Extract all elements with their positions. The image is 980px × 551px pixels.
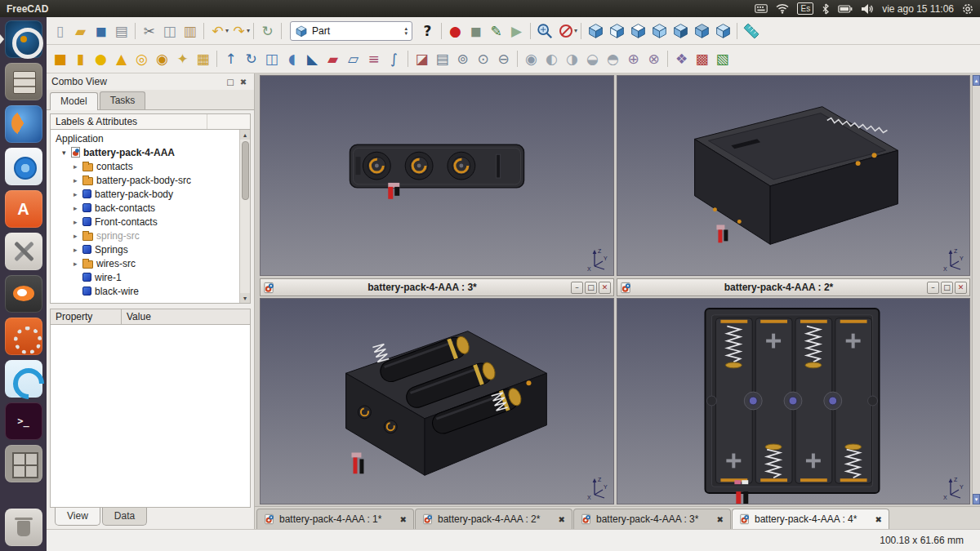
new-file-button[interactable]: ▯ <box>50 20 70 41</box>
part-compound-button[interactable]: ❖ <box>671 49 692 69</box>
3d-viewport-1[interactable]: Z Y X <box>617 75 970 276</box>
tree-item-contacts[interactable]: ▸ contacts <box>52 159 238 173</box>
property-editor[interactable] <box>50 325 251 508</box>
tab-tasks[interactable]: Tasks <box>100 91 146 109</box>
scroll-up-icon[interactable]: ▴ <box>240 130 250 140</box>
tree-item-wires-src[interactable]: ▸ wires-src <box>52 256 238 270</box>
scroll-down-icon[interactable]: ▾ <box>240 293 250 303</box>
tab-model[interactable]: Model <box>50 92 98 110</box>
launcher-software-center[interactable]: A <box>5 190 42 228</box>
part-thickness-button[interactable]: ⊖ <box>493 49 514 69</box>
part-mirror-button[interactable]: ◫ <box>261 49 282 69</box>
scroll-down-icon[interactable]: ▾ <box>973 494 980 504</box>
launcher-blender[interactable] <box>5 275 42 313</box>
part-sweep-button[interactable]: ∫ <box>384 49 404 69</box>
view-front-button[interactable] <box>606 20 627 41</box>
launcher-freecad[interactable] <box>5 20 42 58</box>
tab-close-icon[interactable]: ✖ <box>717 515 724 524</box>
tab-close-icon[interactable]: ✖ <box>559 515 565 524</box>
tree-item-back-contacts[interactable]: ▸ back-contacts <box>52 201 238 215</box>
macro-record-button[interactable]: ● <box>445 20 466 41</box>
workbench-selector-spinner[interactable]: ▴▾ <box>405 26 408 36</box>
tree-expand-arrow[interactable]: ▸ <box>74 246 82 254</box>
tree-expand-arrow[interactable]: ▾ <box>62 149 71 157</box>
tree-scrollbar[interactable]: ▴ ▾ <box>239 130 250 303</box>
launcher-app-c[interactable] <box>5 360 42 398</box>
part-migrate-button[interactable]: ▧ <box>712 49 733 69</box>
launcher-workspaces[interactable] <box>5 445 42 482</box>
wifi-icon[interactable] <box>776 3 789 14</box>
tree-expand-arrow[interactable]: ▸ <box>74 190 82 198</box>
tree-item-battery-pack-body[interactable]: ▸ battery-pack-body <box>52 187 238 201</box>
part-box-button[interactable]: ■ <box>50 49 70 69</box>
launcher-trash[interactable] <box>5 509 42 546</box>
tree-item-black-wire[interactable]: black-wire <box>52 284 238 298</box>
part-primitives-button[interactable]: ▦ <box>193 49 213 69</box>
paste-button[interactable]: ▥ <box>180 20 200 41</box>
restore-button[interactable]: □ <box>941 282 953 294</box>
launcher-firefox[interactable] <box>5 105 42 143</box>
tree-item-spring-src[interactable]: ▸ spring-src <box>52 229 238 242</box>
session-menu-icon[interactable] <box>962 3 973 15</box>
part-connect-button[interactable]: ◓ <box>603 49 623 69</box>
fit-all-button[interactable] <box>534 20 555 41</box>
tab-view[interactable]: View <box>55 508 100 526</box>
view-bottom-button[interactable] <box>691 20 712 41</box>
3d-viewport-3[interactable]: Z Y X <box>260 298 614 504</box>
mdi-scrollbar[interactable]: ▴ ▾ <box>972 75 980 504</box>
tree-expand-arrow[interactable]: ▸ <box>74 162 82 171</box>
macro-edit-button[interactable]: ✎ <box>486 20 506 41</box>
part-torus-button[interactable]: ◎ <box>131 49 152 69</box>
view-top-button[interactable] <box>627 20 648 41</box>
tab-close-icon[interactable]: ✖ <box>400 515 407 524</box>
launcher-tweak-tool[interactable] <box>5 233 42 270</box>
mdi-window-2-titlebar[interactable]: battery-pack-4-AAA : 2* – □ ✕ <box>617 278 970 296</box>
part-shapes-button[interactable]: ✦ <box>172 49 193 69</box>
tab-data[interactable]: Data <box>102 508 147 526</box>
part-boolean-button[interactable]: ◉ <box>521 49 541 69</box>
launcher-terminal[interactable]: >_ <box>5 402 42 440</box>
scroll-up-icon[interactable]: ▴ <box>973 75 980 86</box>
close-button[interactable]: ✕ <box>599 282 611 294</box>
part-loft-button[interactable]: ≡ <box>363 49 384 69</box>
doc-tab-3[interactable]: battery-pack-4-AAA : 3* ✖ <box>573 509 731 529</box>
part-cut-button[interactable]: ◐ <box>541 49 562 69</box>
tree-expand-arrow[interactable]: ▸ <box>74 204 82 212</box>
part-cutout-button[interactable]: ⊗ <box>644 49 664 69</box>
part-defeaturing-button[interactable]: ▩ <box>692 49 712 69</box>
workbench-selector[interactable]: Part ▴▾ <box>290 21 412 41</box>
part-fillet-button[interactable]: ◖ <box>282 49 302 69</box>
doc-tab-4[interactable]: battery-pack-4-AAA : 4* ✖ <box>732 509 889 529</box>
part-extrude-button[interactable]: ↑ <box>220 49 241 69</box>
view-left-button[interactable] <box>712 20 733 41</box>
part-cross-sections-button[interactable]: ▤ <box>432 49 452 69</box>
volume-icon[interactable] <box>861 3 874 15</box>
launcher-files[interactable] <box>5 63 42 100</box>
part-revolve-button[interactable]: ↻ <box>241 49 261 69</box>
part-cone-button[interactable]: ▲ <box>111 49 131 69</box>
restore-button[interactable]: □ <box>585 282 597 294</box>
part-tube-button[interactable]: ◉ <box>152 49 172 69</box>
redo-dropdown-icon[interactable]: ▾ <box>247 27 250 34</box>
3d-viewport-4[interactable]: Z Y X <box>260 75 614 276</box>
launcher-chromium[interactable] <box>5 148 42 185</box>
part-union-button[interactable]: ◑ <box>562 49 582 69</box>
tree-expand-arrow[interactable]: ▸ <box>74 260 82 268</box>
view-right-button[interactable] <box>648 20 670 41</box>
whats-this-button[interactable]: ? <box>417 20 438 41</box>
tree-item-wire-1[interactable]: wire-1 <box>52 270 238 284</box>
tree-document-battery-pack-4-AAA[interactable]: ▾ battery-pack-4-AAA <box>52 145 238 159</box>
part-common-button[interactable]: ◒ <box>582 49 603 69</box>
open-file-button[interactable]: ▰ <box>70 20 91 41</box>
tree-item-battery-pack-body-src[interactable]: ▸ battery-pack-body-src <box>52 173 238 187</box>
mdi-window-3-titlebar[interactable]: battery-pack-4-AAA : 3* – □ ✕ <box>260 278 614 296</box>
battery-icon[interactable] <box>838 5 853 13</box>
launcher-system-settings[interactable] <box>5 318 42 355</box>
tree-root-application[interactable]: Application <box>52 131 238 145</box>
view-axonometric-button[interactable] <box>585 20 606 41</box>
panel-close-button[interactable]: ✖ <box>238 76 249 87</box>
cut-button[interactable]: ✂ <box>139 20 159 41</box>
doc-tab-2[interactable]: battery-pack-4-AAA : 2* ✖ <box>415 509 572 529</box>
minimize-button[interactable]: – <box>571 282 583 294</box>
keyboard-icon[interactable] <box>755 4 768 13</box>
